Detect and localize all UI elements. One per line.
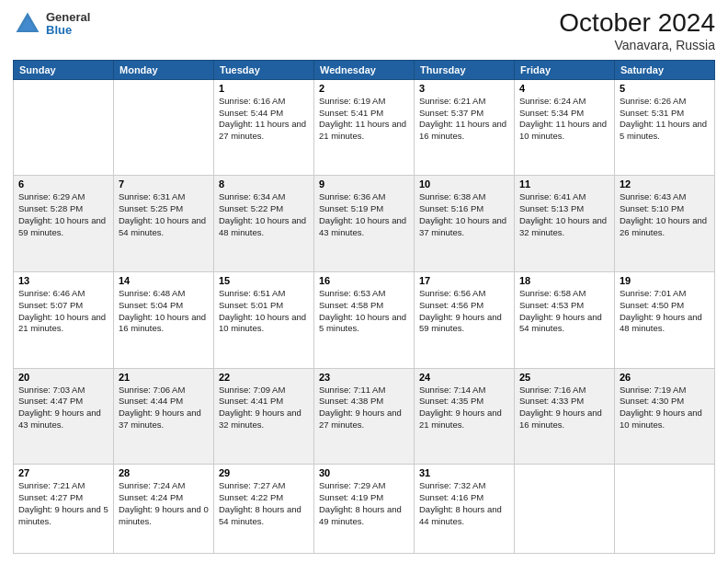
sunrise-label: Sunrise: 7:16 AM xyxy=(519,385,586,395)
sunrise-label: Sunrise: 7:19 AM xyxy=(620,385,686,395)
sunrise-label: Sunrise: 7:14 AM xyxy=(419,385,485,395)
sunset-label: Sunset: 4:30 PM xyxy=(620,396,684,406)
weekday-header: Sunday xyxy=(14,60,114,79)
sunset-label: Sunset: 5:16 PM xyxy=(419,203,483,213)
calendar-cell: 27Sunrise: 7:21 AMSunset: 4:27 PMDayligh… xyxy=(14,465,114,554)
calendar-cell xyxy=(615,465,715,554)
day-info: Sunrise: 6:46 AMSunset: 5:07 PMDaylight:… xyxy=(18,288,108,335)
calendar-cell: 17Sunrise: 6:56 AMSunset: 4:56 PMDayligh… xyxy=(415,271,515,368)
daylight-label: Daylight: 10 hours and 10 minutes. xyxy=(219,312,306,334)
day-number: 26 xyxy=(620,372,710,383)
day-info: Sunrise: 6:56 AMSunset: 4:56 PMDaylight:… xyxy=(419,288,509,335)
calendar-cell: 23Sunrise: 7:11 AMSunset: 4:38 PMDayligh… xyxy=(314,368,415,465)
sunset-label: Sunset: 5:19 PM xyxy=(319,203,383,213)
weekday-header: Tuesday xyxy=(214,60,314,79)
daylight-label: Daylight: 10 hours and 5 minutes. xyxy=(319,312,406,334)
sunset-label: Sunset: 4:35 PM xyxy=(419,396,483,406)
weekday-header: Wednesday xyxy=(314,60,415,79)
daylight-label: Daylight: 9 hours and 27 minutes. xyxy=(319,408,402,430)
daylight-label: Daylight: 9 hours and 54 minutes. xyxy=(519,312,602,334)
daylight-label: Daylight: 10 hours and 43 minutes. xyxy=(319,215,406,237)
sunrise-label: Sunrise: 7:24 AM xyxy=(119,480,185,490)
location-subtitle: Vanavara, Russia xyxy=(559,38,715,52)
logo-icon xyxy=(13,9,42,39)
sunrise-label: Sunrise: 6:16 AM xyxy=(219,96,285,106)
calendar-cell: 10Sunrise: 6:38 AMSunset: 5:16 PMDayligh… xyxy=(415,176,515,272)
sunset-label: Sunset: 4:22 PM xyxy=(219,492,283,502)
sunrise-label: Sunrise: 6:58 AM xyxy=(519,288,586,298)
daylight-label: Daylight: 10 hours and 32 minutes. xyxy=(519,215,607,237)
day-number: 3 xyxy=(419,83,509,94)
day-info: Sunrise: 7:24 AMSunset: 4:24 PMDaylight:… xyxy=(119,480,209,527)
sunrise-label: Sunrise: 6:41 AM xyxy=(519,191,586,201)
day-info: Sunrise: 7:11 AMSunset: 4:38 PMDaylight:… xyxy=(319,385,409,431)
day-number: 4 xyxy=(519,83,609,94)
sunrise-label: Sunrise: 6:51 AM xyxy=(219,288,285,298)
calendar-cell: 20Sunrise: 7:03 AMSunset: 4:47 PMDayligh… xyxy=(14,368,114,465)
logo-line1: General xyxy=(46,11,90,24)
calendar-cell: 16Sunrise: 6:53 AMSunset: 4:58 PMDayligh… xyxy=(314,271,415,368)
day-number: 9 xyxy=(319,178,409,190)
sunrise-label: Sunrise: 6:21 AM xyxy=(419,96,485,106)
calendar-cell: 11Sunrise: 6:41 AMSunset: 5:13 PMDayligh… xyxy=(515,176,615,272)
title-block: October 2024 Vanavara, Russia xyxy=(559,9,715,52)
day-info: Sunrise: 6:29 AMSunset: 5:28 PMDaylight:… xyxy=(18,191,108,238)
calendar-table: SundayMondayTuesdayWednesdayThursdayFrid… xyxy=(13,60,715,554)
calendar-cell: 29Sunrise: 7:27 AMSunset: 4:22 PMDayligh… xyxy=(214,465,314,554)
sunset-label: Sunset: 4:44 PM xyxy=(119,396,183,406)
sunset-label: Sunset: 4:47 PM xyxy=(18,396,83,406)
day-info: Sunrise: 7:03 AMSunset: 4:47 PMDaylight:… xyxy=(18,385,108,431)
calendar-cell xyxy=(14,79,114,176)
sunset-label: Sunset: 4:50 PM xyxy=(620,300,684,310)
calendar-cell xyxy=(114,79,214,176)
daylight-label: Daylight: 8 hours and 44 minutes. xyxy=(419,504,502,526)
sunrise-label: Sunrise: 6:38 AM xyxy=(419,191,485,201)
sunset-label: Sunset: 5:44 PM xyxy=(219,108,283,118)
day-info: Sunrise: 6:41 AMSunset: 5:13 PMDaylight:… xyxy=(519,191,609,238)
logo-line2: Blue xyxy=(46,24,90,37)
day-number: 11 xyxy=(519,178,609,190)
day-info: Sunrise: 6:21 AMSunset: 5:37 PMDaylight:… xyxy=(419,96,509,143)
day-info: Sunrise: 7:19 AMSunset: 4:30 PMDaylight:… xyxy=(620,385,710,431)
daylight-label: Daylight: 11 hours and 10 minutes. xyxy=(519,119,607,141)
sunset-label: Sunset: 5:22 PM xyxy=(219,203,283,213)
weekday-header: Saturday xyxy=(615,60,715,79)
sunrise-label: Sunrise: 6:31 AM xyxy=(119,191,185,201)
month-title: October 2024 xyxy=(559,9,715,38)
sunrise-label: Sunrise: 7:11 AM xyxy=(319,385,385,395)
day-number: 12 xyxy=(620,178,710,190)
sunset-label: Sunset: 4:16 PM xyxy=(419,492,483,502)
day-number: 28 xyxy=(119,467,209,478)
daylight-label: Daylight: 10 hours and 59 minutes. xyxy=(18,215,106,237)
day-info: Sunrise: 7:29 AMSunset: 4:19 PMDaylight:… xyxy=(319,480,409,527)
day-number: 21 xyxy=(119,372,209,383)
sunset-label: Sunset: 5:04 PM xyxy=(119,300,183,310)
sunset-label: Sunset: 5:41 PM xyxy=(319,108,383,118)
weekday-header: Thursday xyxy=(415,60,515,79)
day-info: Sunrise: 6:51 AMSunset: 5:01 PMDaylight:… xyxy=(219,288,309,335)
sunset-label: Sunset: 5:25 PM xyxy=(119,203,183,213)
daylight-label: Daylight: 9 hours and 43 minutes. xyxy=(18,408,101,430)
sunrise-label: Sunrise: 7:32 AM xyxy=(419,480,485,490)
day-number: 31 xyxy=(419,467,509,478)
day-number: 6 xyxy=(18,178,108,190)
day-number: 10 xyxy=(419,178,509,190)
day-info: Sunrise: 6:36 AMSunset: 5:19 PMDaylight:… xyxy=(319,191,409,238)
sunset-label: Sunset: 4:41 PM xyxy=(219,396,283,406)
daylight-label: Daylight: 10 hours and 54 minutes. xyxy=(119,215,206,237)
calendar-cell xyxy=(515,465,615,554)
day-info: Sunrise: 7:06 AMSunset: 4:44 PMDaylight:… xyxy=(119,385,209,431)
logo: General Blue xyxy=(13,9,90,39)
sunset-label: Sunset: 5:34 PM xyxy=(519,108,584,118)
sunrise-label: Sunrise: 6:26 AM xyxy=(620,96,686,106)
sunrise-label: Sunrise: 7:09 AM xyxy=(219,385,285,395)
calendar-cell: 31Sunrise: 7:32 AMSunset: 4:16 PMDayligh… xyxy=(415,465,515,554)
daylight-label: Daylight: 11 hours and 21 minutes. xyxy=(319,119,406,141)
day-number: 30 xyxy=(319,467,409,478)
daylight-label: Daylight: 10 hours and 21 minutes. xyxy=(18,312,106,334)
calendar-cell: 1Sunrise: 6:16 AMSunset: 5:44 PMDaylight… xyxy=(214,79,314,176)
sunset-label: Sunset: 4:27 PM xyxy=(18,492,83,502)
daylight-label: Daylight: 9 hours and 21 minutes. xyxy=(419,408,502,430)
daylight-label: Daylight: 10 hours and 48 minutes. xyxy=(219,215,306,237)
sunrise-label: Sunrise: 7:01 AM xyxy=(620,288,686,298)
